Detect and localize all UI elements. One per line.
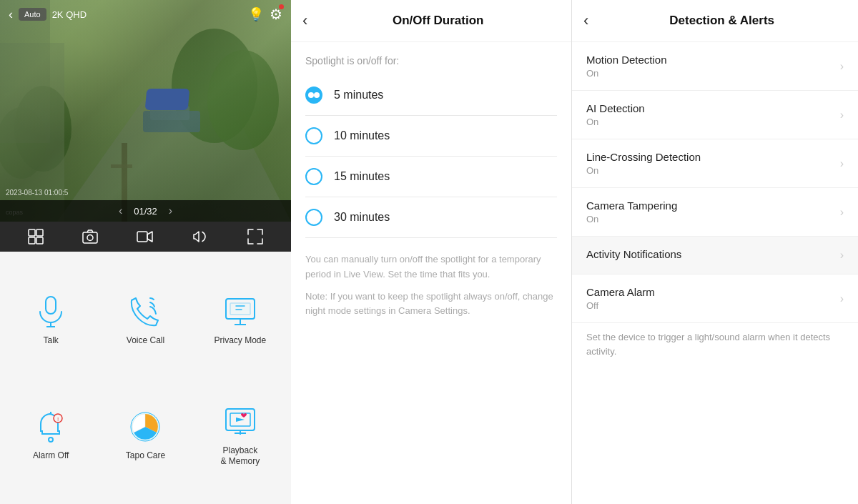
camera-alarm-name: Camera Alarm <box>586 286 840 298</box>
svg-rect-11 <box>111 164 132 168</box>
ai-detection-status: On <box>586 117 840 127</box>
radio-30min <box>305 209 322 226</box>
privacy-mode-label: Privacy Mode <box>214 335 266 347</box>
settings-button[interactable]: ⚙ <box>270 6 282 23</box>
camera-alarm-description: Set the device to trigger a light/sound … <box>572 323 858 370</box>
right-title: Detection & Alerts <box>597 14 847 28</box>
activity-notifications-content: Activity Notifications <box>586 248 840 262</box>
middle-back-button[interactable]: ‹ <box>302 11 307 30</box>
alarm-off-label: Alarm Off <box>33 450 69 462</box>
sound-button[interactable] <box>193 230 209 243</box>
note-text: Note: If you want to keep the spotlight … <box>305 290 557 334</box>
svg-rect-16 <box>83 232 97 243</box>
radio-15min <box>305 168 322 185</box>
option-15min[interactable]: 15 minutes <box>305 157 557 197</box>
voice-call-label: Voice Call <box>127 335 164 347</box>
phone-icon <box>127 294 163 330</box>
camera-back-button[interactable]: ‹ <box>9 7 13 22</box>
alarm-off-button[interactable]: ! Alarm Off <box>7 382 94 490</box>
option-30min[interactable]: 30 minutes <box>305 197 557 238</box>
voice-call-button[interactable]: Voice Call <box>102 266 189 375</box>
bulb-icon[interactable]: 💡 <box>248 6 264 22</box>
middle-content: Spotlight is on/off for: 5 minutes 10 mi… <box>291 42 571 504</box>
talk-label: Talk <box>43 335 58 347</box>
auto-badge: Auto <box>19 8 46 21</box>
activity-notifications-item[interactable]: Activity Notifications › <box>572 237 858 275</box>
nav-prev-button[interactable]: ‹ <box>119 204 122 217</box>
timestamp: 2023-08-13 01:00:5 <box>6 189 68 197</box>
label-10min: 10 minutes <box>334 129 390 142</box>
svg-rect-26 <box>230 303 250 315</box>
middle-header: ‹ On/Off Duration <box>291 0 571 42</box>
motion-detection-status: On <box>586 68 840 79</box>
ai-detection-content: AI Detection On <box>586 102 840 127</box>
actions-grid: Talk Voice Call <box>0 252 291 504</box>
resolution-text: 2K QHD <box>52 9 87 20</box>
line-crossing-status: On <box>586 165 840 176</box>
option-10min[interactable]: 10 minutes <box>305 116 557 157</box>
notification-dot <box>279 4 284 9</box>
svg-point-17 <box>87 235 93 241</box>
screenshot-button[interactable] <box>82 229 98 244</box>
motion-detection-chevron: › <box>840 60 844 73</box>
camera-view: ‹ Auto 2K QHD 💡 ⚙ 2023-08-13 01:00:5 cop… <box>0 0 291 222</box>
label-5min: 5 minutes <box>334 89 383 102</box>
fullscreen-button[interactable] <box>247 229 263 244</box>
spotlight-label: Spotlight is on/off for: <box>305 42 557 75</box>
svg-point-3 <box>207 50 279 150</box>
ai-detection-name: AI Detection <box>586 102 840 114</box>
radio-10min <box>305 127 322 144</box>
right-header: ‹ Detection & Alerts <box>572 0 858 42</box>
option-5min[interactable]: 5 minutes <box>305 75 557 116</box>
svg-rect-7 <box>150 106 189 120</box>
privacy-mode-button[interactable]: Privacy Mode <box>197 266 284 375</box>
svg-rect-13 <box>36 229 43 236</box>
control-bar <box>0 222 291 252</box>
right-panel: ‹ Detection & Alerts Motion Detection On… <box>572 0 858 504</box>
svg-rect-12 <box>29 229 35 236</box>
svg-rect-15 <box>36 237 43 244</box>
line-crossing-name: Line-Crossing Detection <box>586 151 840 163</box>
tapo-care-button[interactable]: Tapo Care <box>102 382 189 490</box>
ai-detection-item[interactable]: AI Detection On › <box>572 91 858 139</box>
camera-tampering-item[interactable]: Camera Tampering On › <box>572 188 858 237</box>
svg-rect-18 <box>137 232 147 242</box>
detection-list: Motion Detection On › AI Detection On › … <box>572 42 858 504</box>
record-button[interactable] <box>137 230 154 243</box>
ai-detection-chevron: › <box>840 109 844 122</box>
motion-detection-name: Motion Detection <box>586 54 840 66</box>
talk-button[interactable]: Talk <box>7 266 94 375</box>
camera-tampering-chevron: › <box>840 206 844 219</box>
alarm-icon: ! <box>33 409 69 445</box>
line-crossing-chevron: › <box>840 157 844 170</box>
radio-5min <box>305 87 322 104</box>
camera-alarm-status: Off <box>586 300 840 311</box>
activity-notifications-name: Activity Notifications <box>586 248 840 260</box>
svg-point-27 <box>49 438 53 442</box>
nav-next-button[interactable]: › <box>169 204 172 217</box>
camera-tampering-content: Camera Tampering On <box>586 199 840 224</box>
camera-top-bar: ‹ Auto 2K QHD 💡 ⚙ <box>0 0 291 29</box>
camera-tampering-status: On <box>586 214 840 224</box>
right-back-button[interactable]: ‹ <box>583 11 588 30</box>
camera-alarm-item[interactable]: Camera Alarm Off › <box>572 275 858 323</box>
motion-detection-content: Motion Detection On <box>586 54 840 79</box>
svg-rect-14 <box>29 237 35 244</box>
label-15min: 15 minutes <box>334 170 390 183</box>
playback-memory-label: Playback& Memory <box>220 445 260 468</box>
mic-icon <box>33 294 69 330</box>
middle-panel: ‹ On/Off Duration Spotlight is on/off fo… <box>291 0 572 504</box>
left-panel: ‹ Auto 2K QHD 💡 ⚙ 2023-08-13 01:00:5 cop… <box>0 0 291 504</box>
camera-alarm-chevron: › <box>840 292 844 305</box>
motion-detection-item[interactable]: Motion Detection On › <box>572 42 858 91</box>
monitor-icon <box>222 294 258 330</box>
tapo-care-label: Tapo Care <box>126 450 165 462</box>
camera-alarm-content: Camera Alarm Off <box>586 286 840 311</box>
nav-bar: ‹ 01/32 › <box>0 200 291 222</box>
playback-memory-button[interactable]: Playback& Memory <box>197 382 284 490</box>
grid-view-button[interactable] <box>28 229 44 244</box>
camera-tampering-name: Camera Tampering <box>586 199 840 212</box>
svg-text:!: ! <box>57 416 59 423</box>
line-crossing-item[interactable]: Line-Crossing Detection On › <box>572 139 858 188</box>
label-30min: 30 minutes <box>334 211 390 224</box>
